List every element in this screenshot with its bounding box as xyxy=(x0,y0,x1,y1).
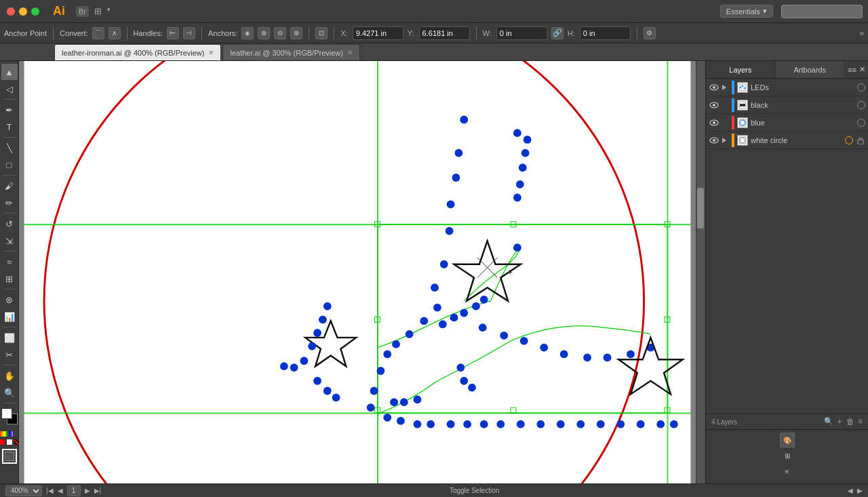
layer-target-blue[interactable] xyxy=(857,119,865,127)
last-page-btn[interactable]: ▶| xyxy=(94,487,102,494)
visibility-toggle-blue[interactable] xyxy=(709,117,719,128)
anchors-btn3[interactable]: ⊖ xyxy=(274,27,286,39)
svg-point-54 xyxy=(414,395,422,403)
panel-menu-icon[interactable]: ≡≡ xyxy=(848,66,856,74)
essentials-button[interactable]: Essentials ▾ xyxy=(720,5,773,18)
color-picker-icon[interactable]: 🎨 xyxy=(780,433,795,448)
tool-sep-1 xyxy=(3,99,16,100)
handles-btn1[interactable]: ⊢ xyxy=(167,27,179,39)
color-boxes[interactable] xyxy=(1,408,18,429)
bridge-icon[interactable]: Br xyxy=(76,6,89,17)
line-tool[interactable]: ╲ xyxy=(1,140,18,156)
sep7 xyxy=(637,26,637,40)
view-icon[interactable]: ⊞ xyxy=(94,6,102,17)
svg-point-44 xyxy=(496,420,505,429)
visibility-toggle-white-circle[interactable] xyxy=(709,135,719,146)
zoom-tool[interactable]: 🔍 xyxy=(1,384,18,401)
status-arrow-left[interactable]: ◀ xyxy=(848,487,853,494)
visibility-toggle-leds[interactable] xyxy=(709,82,719,93)
panel-close-icon[interactable]: ✕ xyxy=(859,65,865,74)
hand-tool[interactable]: ✋ xyxy=(1,367,18,384)
search-layers-btn[interactable]: 🔍 xyxy=(824,417,833,426)
layer-target-black[interactable] xyxy=(857,101,865,109)
delete-layer-btn[interactable]: 🗑 xyxy=(846,417,854,426)
layers-tab[interactable]: Layers xyxy=(706,61,776,78)
zoom-select[interactable]: 400% 300% 200% 100% 50% xyxy=(5,485,42,496)
artboards-tab[interactable]: Artboards xyxy=(776,61,846,78)
layer-item-blue[interactable]: blue xyxy=(706,114,868,132)
h-field[interactable]: 0 in xyxy=(580,26,631,40)
scale-tool[interactable]: ⇲ xyxy=(1,233,18,249)
svg-point-27 xyxy=(431,283,439,292)
search-bar[interactable] xyxy=(781,5,863,18)
status-arrow-right[interactable]: ▶ xyxy=(857,487,863,494)
tab-close-icon2[interactable]: ✕ xyxy=(347,49,353,56)
layer-item-white-circle[interactable]: white circle xyxy=(706,132,868,149)
y-field[interactable]: 6.6181 in xyxy=(419,26,470,40)
convert-smooth-btn[interactable]: ⌒ xyxy=(92,27,104,39)
tab-leather-ironman[interactable]: leather-ironman.ai @ 400% (RGB/Preview) … xyxy=(54,44,221,60)
visibility-toggle-black[interactable] xyxy=(709,100,719,111)
transform-btn[interactable]: ⊡ xyxy=(315,27,328,39)
column-graph-tool[interactable]: 📊 xyxy=(1,309,18,325)
vertical-scrollbar[interactable] xyxy=(696,61,705,483)
layer-target-white-circle[interactable] xyxy=(845,136,853,144)
w-field[interactable]: 0 in xyxy=(496,26,547,40)
rect-tool[interactable]: □ xyxy=(1,157,18,173)
minimize-button[interactable] xyxy=(19,7,27,16)
layer-options-btn[interactable]: ≡ xyxy=(859,417,863,426)
canvas-area[interactable]: + xyxy=(19,61,705,497)
rotate-tool[interactable]: ↺ xyxy=(1,216,18,232)
overflow-btn[interactable]: » xyxy=(859,28,864,38)
close-button[interactable] xyxy=(7,7,15,16)
transform-panel-icon[interactable]: ⊞ xyxy=(780,448,795,463)
text-tool[interactable]: T xyxy=(1,119,18,135)
add-layer-btn[interactable]: + xyxy=(837,417,842,426)
paintbrush-tool[interactable]: 🖌 xyxy=(1,178,18,194)
next-page-btn[interactable]: ▶ xyxy=(85,487,90,494)
link-icon[interactable]: 🔗 xyxy=(551,27,564,39)
first-page-btn[interactable]: |◀ xyxy=(46,487,54,494)
red-swatch[interactable] xyxy=(0,439,5,445)
layer-lock-white-circle[interactable] xyxy=(856,136,865,145)
symbol-tool[interactable]: ⊛ xyxy=(1,292,18,308)
x-field[interactable]: 9.4271 in xyxy=(353,26,403,40)
none-swatch[interactable] xyxy=(14,439,20,445)
anchors-btn2[interactable]: ⊕ xyxy=(258,27,270,39)
color-mode-btn[interactable] xyxy=(0,431,14,437)
pencil-tool[interactable]: ✏ xyxy=(1,195,18,211)
layers-list: LEDs black xyxy=(706,79,868,414)
convert-corner-btn[interactable]: ∧ xyxy=(108,27,121,39)
expand-arrow-leds[interactable] xyxy=(722,83,729,92)
select-tool[interactable]: ▲ xyxy=(1,64,18,80)
layer-item-leds[interactable]: LEDs xyxy=(706,79,868,96)
free-transform-tool[interactable]: ⊞ xyxy=(1,271,18,287)
expand-arrow-white-circle[interactable] xyxy=(722,136,729,144)
prev-page-btn[interactable]: ◀ xyxy=(58,487,63,494)
artboard-tool[interactable]: ⬜ xyxy=(1,330,18,346)
layer-item-black[interactable]: black xyxy=(706,96,868,114)
panel-tab-icons: ≡≡ ✕ xyxy=(845,61,868,78)
layer-thumbnail-black xyxy=(737,100,748,111)
view-dropdown-icon[interactable]: ▾ xyxy=(107,6,111,17)
layer-target-leds[interactable] xyxy=(857,83,865,92)
tab-close-icon[interactable]: ✕ xyxy=(208,49,214,56)
handles-btn2[interactable]: ⊣ xyxy=(183,27,195,39)
scroll-thumb-vertical[interactable] xyxy=(697,188,704,228)
white-swatch[interactable] xyxy=(6,439,13,445)
page-field[interactable] xyxy=(67,485,81,496)
svg-point-39 xyxy=(414,420,422,429)
slice-tool[interactable]: ✂ xyxy=(1,346,18,363)
direct-select-tool[interactable]: ◁ xyxy=(1,81,18,97)
maximize-button[interactable] xyxy=(31,7,39,16)
anchors-btn4[interactable]: ⊗ xyxy=(290,27,302,39)
warp-tool[interactable]: ≈ xyxy=(1,254,18,270)
more-options-btn[interactable]: ⚙ xyxy=(644,27,656,39)
change-screen-mode-btn[interactable] xyxy=(2,449,17,464)
align-icon[interactable]: ≡ xyxy=(780,464,795,479)
pen-tool[interactable]: ✒ xyxy=(1,102,18,118)
sep1 xyxy=(53,26,54,40)
anchors-btn1[interactable]: ◈ xyxy=(241,27,254,39)
fill-color[interactable] xyxy=(1,408,12,419)
tab-leather[interactable]: leather.ai @ 300% (RGB/Preview) ✕ xyxy=(222,44,359,60)
